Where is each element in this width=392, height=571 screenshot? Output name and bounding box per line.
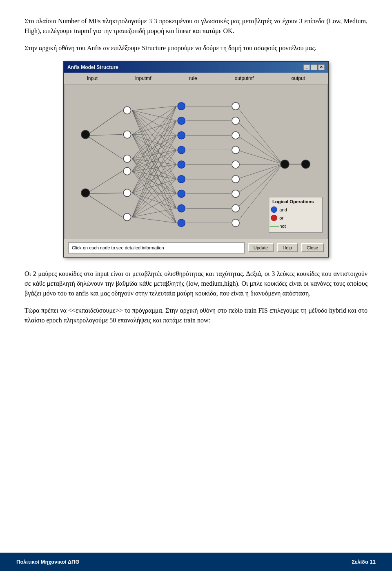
update-button[interactable]: Update — [248, 243, 274, 252]
column-labels: input inputmf rule outputmf output — [64, 73, 328, 84]
footer-bar: Πολιτικοί Μηχανικοί ΔΠΘ Σελίδα 11 — [0, 553, 392, 571]
outputmf-node-1 — [232, 102, 239, 110]
outputmf-node-3 — [232, 131, 239, 139]
footer-left: Πολιτικοί Μηχανικοί ΔΠΘ — [16, 558, 80, 566]
paragraph-4: Τώρα πρέπει να <<εκπαιδεύσουμε>> το πρόγ… — [24, 306, 368, 325]
footer-right: Σελίδα 11 — [352, 558, 376, 566]
svg-text:not: not — [279, 224, 286, 229]
outputmf-node-7 — [232, 190, 239, 197]
anfis-title: Anfis Model Structure — [67, 64, 118, 71]
svg-text:Logical Operations: Logical Operations — [272, 199, 314, 204]
rule-node-4 — [178, 146, 185, 153]
inputmf-node-1 — [123, 107, 131, 114]
input-node-1 — [81, 130, 89, 138]
close-button[interactable]: ✕ — [318, 64, 325, 70]
anfis-titlebar: Anfis Model Structure _ □ ✕ — [64, 62, 328, 73]
final-output-node — [301, 160, 310, 168]
anfis-model-window: Anfis Model Structure _ □ ✕ input inputm… — [63, 61, 329, 258]
paragraph-1: Στο πλαίσιο Number of MFs πληκτρολογούμε… — [24, 16, 368, 36]
rule-node-6 — [178, 176, 185, 183]
rule-node-9 — [178, 219, 185, 227]
inputmf-node-2 — [123, 131, 131, 138]
maximize-button[interactable]: □ — [311, 64, 317, 70]
anfis-footer: Click on each node to see detailed infor… — [64, 239, 328, 257]
inputmf-node-6 — [123, 213, 131, 221]
outputmf-node-4 — [232, 146, 239, 153]
anfis-window-container: Anfis Model Structure _ □ ✕ input inputm… — [24, 61, 368, 258]
network-canvas: Logical Operations and or not — [64, 84, 328, 239]
col-rule: rule — [189, 75, 197, 82]
rule-node-5 — [178, 161, 185, 168]
outputmf-node-8 — [232, 204, 239, 212]
rule-node-1 — [178, 102, 185, 110]
output-node — [281, 160, 289, 168]
outputmf-node-2 — [232, 117, 239, 124]
col-input: input — [87, 75, 98, 82]
svg-point-82 — [271, 207, 277, 212]
col-inputmf: inputmf — [135, 75, 151, 82]
rule-node-3 — [178, 131, 185, 139]
rule-node-8 — [178, 204, 185, 212]
paragraph-3: Οι 2 μαύρες κουκίδες στο input είναι οι … — [24, 269, 368, 298]
minimize-button[interactable]: _ — [303, 64, 310, 70]
network-svg: Logical Operations and or not — [65, 84, 327, 239]
outputmf-node-6 — [232, 176, 239, 183]
page-content: Στο πλαίσιο Number of MFs πληκτρολογούμε… — [24, 16, 368, 325]
rule-node-7 — [178, 190, 185, 197]
svg-point-84 — [271, 215, 277, 221]
inputmf-node-4 — [123, 167, 131, 175]
col-output: output — [292, 75, 305, 82]
input-node-2 — [81, 189, 89, 197]
svg-text:or: or — [279, 216, 283, 220]
inputmf-node-5 — [123, 189, 131, 196]
info-text-field: Click on each node to see detailed infor… — [68, 242, 245, 253]
rule-node-2 — [178, 117, 185, 124]
outputmf-node-5 — [232, 161, 239, 168]
outputmf-node-9 — [232, 219, 239, 227]
close-button-footer[interactable]: Close — [301, 243, 324, 252]
svg-text:and: and — [279, 207, 287, 212]
inputmf-node-3 — [123, 155, 131, 162]
titlebar-buttons: _ □ ✕ — [303, 64, 325, 70]
paragraph-2: Στην αρχική οθόνη του Anfis αν επιλέξουμ… — [24, 43, 368, 53]
help-button[interactable]: Help — [277, 243, 298, 252]
col-outputmf: outputmf — [235, 75, 254, 82]
